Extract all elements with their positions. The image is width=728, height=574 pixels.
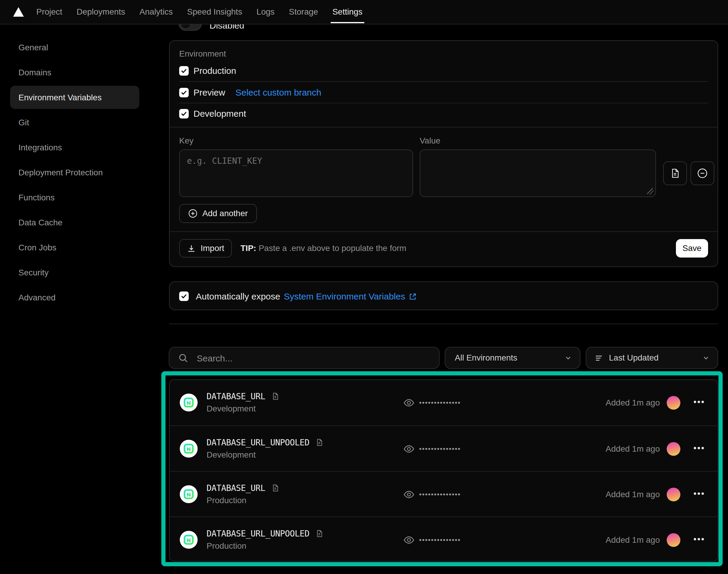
chevron-down-icon [564, 354, 572, 362]
check-icon [180, 89, 187, 96]
search-icon [178, 353, 188, 363]
select-custom-branch-link[interactable]: Select custom branch [235, 84, 321, 101]
user-avatar [667, 396, 680, 410]
user-avatar [667, 533, 680, 547]
added-timestamp: Added 1m ago [606, 380, 660, 425]
neon-integration-icon [180, 440, 198, 458]
add-another-button[interactable]: Add another [179, 204, 257, 223]
import-button[interactable]: Import [179, 239, 232, 257]
variable-key: DATABASE_URL_UNPOOLED [207, 438, 309, 447]
check-icon [180, 110, 187, 117]
key-field[interactable] [179, 150, 413, 197]
sidebar-item-integrations[interactable]: Integrations [0, 135, 161, 160]
sidebar-item-data-cache[interactable]: Data Cache [0, 210, 161, 235]
minus-circle-icon [697, 168, 708, 179]
auto-expose-checkbox[interactable] [179, 291, 189, 301]
check-icon [180, 293, 187, 300]
row-divider [179, 81, 708, 82]
row-actions-menu-button[interactable] [694, 401, 704, 403]
row-actions-menu-button[interactable] [694, 447, 704, 449]
hidden-value-dots: •••••••••••••• [419, 426, 461, 472]
vercel-logo-icon[interactable] [13, 7, 24, 17]
sidebar-item-functions[interactable]: Functions [0, 185, 161, 210]
import-label: Import [201, 244, 224, 253]
env-variables-list: DATABASE_URL Development •••••••••••••• … [169, 379, 718, 562]
env-variable-row[interactable]: DATABASE_URL_UNPOOLED Production •••••••… [170, 517, 718, 562]
value-field[interactable] [420, 150, 656, 197]
plus-circle-icon [188, 209, 198, 218]
chevron-down-icon [702, 354, 710, 362]
variable-name-block: DATABASE_URL_UNPOOLED Development [207, 436, 323, 461]
nav-tab-deployments[interactable]: Deployments [77, 7, 125, 17]
nav-tab-settings[interactable]: Settings [333, 7, 362, 17]
search-box[interactable] [169, 347, 440, 369]
variable-key: DATABASE_URL [207, 483, 265, 493]
paste-env-button[interactable] [663, 161, 687, 185]
reveal-value-eye-icon[interactable] [403, 489, 415, 500]
key-input[interactable] [180, 150, 413, 167]
sidebar-item-advanced[interactable]: Advanced [0, 285, 161, 310]
reveal-value-eye-icon[interactable] [403, 534, 415, 546]
nav-tab-storage[interactable]: Storage [289, 7, 318, 17]
sidebar-item-git[interactable]: Git [0, 110, 161, 135]
textarea-resize-handle[interactable] [647, 188, 654, 195]
preview-checkbox[interactable] [179, 88, 189, 97]
list-section-divider [169, 324, 718, 324]
sidebar-item-domains[interactable]: Domains [0, 60, 161, 85]
copy-document-icon[interactable] [271, 484, 279, 492]
footer-divider [170, 231, 718, 232]
preview-checkbox-label: Preview [194, 84, 225, 101]
search-input[interactable] [196, 347, 424, 369]
system-env-variables-link[interactable]: System Environment Variables [284, 291, 405, 301]
save-button[interactable]: Save [676, 239, 708, 257]
check-icon [180, 67, 187, 74]
production-checkbox[interactable] [179, 66, 189, 76]
row-actions-menu-button[interactable] [694, 492, 704, 495]
added-timestamp: Added 1m ago [606, 472, 660, 517]
nav-tab-speed-insights[interactable]: Speed Insights [187, 7, 242, 17]
sort-select-value: Last Updated [609, 347, 659, 368]
environment-filter-value: All Environments [455, 347, 517, 368]
auto-expose-label: Automatically expose [196, 291, 280, 301]
copy-document-icon[interactable] [315, 529, 323, 538]
sidebar-item-general[interactable]: General [0, 35, 161, 60]
neon-integration-icon [180, 485, 198, 503]
copy-document-icon[interactable] [315, 438, 323, 447]
download-icon [187, 244, 196, 253]
nav-tab-analytics[interactable]: Analytics [140, 7, 173, 17]
nav-tab-project[interactable]: Project [36, 7, 62, 17]
user-avatar [667, 488, 680, 501]
reveal-value-eye-icon[interactable] [403, 397, 415, 409]
variable-name-block: DATABASE_URL Production [207, 482, 279, 507]
variable-name-block: DATABASE_URL_UNPOOLED Production [207, 527, 323, 552]
env-variable-row[interactable]: DATABASE_URL_UNPOOLED Development ••••••… [170, 425, 718, 471]
env-variable-row[interactable]: DATABASE_URL Production •••••••••••••• A… [170, 471, 718, 517]
variable-environment: Production [207, 494, 279, 507]
sidebar-item-security[interactable]: Security [0, 260, 161, 285]
environment-section-label: Environment [179, 49, 226, 59]
sort-select[interactable]: Last Updated [586, 347, 718, 369]
top-navigation-bar: Project Deployments Analytics Speed Insi… [0, 0, 728, 25]
env-variable-form-card: Environment Production Preview Select cu… [169, 40, 718, 267]
variable-name-block: DATABASE_URL Development [207, 390, 279, 415]
env-variable-row[interactable]: DATABASE_URL Development •••••••••••••• … [170, 380, 718, 425]
development-checkbox[interactable] [179, 109, 189, 119]
key-label: Key [179, 136, 194, 146]
remove-row-button[interactable] [690, 161, 714, 185]
sort-lines-icon [595, 354, 603, 362]
added-timestamp: Added 1m ago [606, 517, 660, 562]
reveal-value-eye-icon[interactable] [403, 443, 415, 455]
nav-tab-logs[interactable]: Logs [257, 7, 275, 17]
sidebar-item-deployment-protection[interactable]: Deployment Protection [0, 160, 161, 185]
added-timestamp: Added 1m ago [606, 426, 660, 472]
copy-document-icon[interactable] [271, 392, 279, 401]
row-actions-menu-button[interactable] [694, 538, 704, 540]
neon-integration-icon [180, 394, 198, 411]
variable-environment: Development [207, 403, 279, 415]
sidebar-item-environment-variables[interactable]: Environment Variables [0, 85, 161, 110]
environment-filter-select[interactable]: All Environments [445, 347, 581, 369]
tip-text: TIP:Paste a .env above to populate the f… [241, 239, 406, 257]
add-another-label: Add another [202, 209, 248, 218]
sidebar-item-cron-jobs[interactable]: Cron Jobs [0, 235, 161, 260]
variable-key: DATABASE_URL_UNPOOLED [207, 529, 309, 539]
